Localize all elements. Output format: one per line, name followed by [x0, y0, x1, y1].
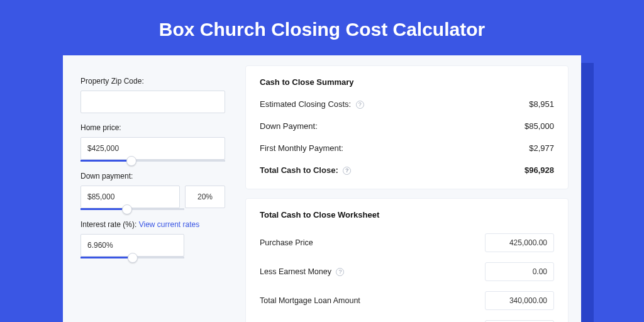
worksheet-row-second-mortgage: Total Second Mortgage Amount — [260, 315, 554, 322]
home-price-slider[interactable] — [80, 160, 225, 162]
home-price-group: Home price: — [80, 123, 225, 162]
summary-panel: Cash to Close Summary Estimated Closing … — [245, 65, 569, 189]
worksheet-value[interactable]: 425,000.00 — [485, 233, 554, 252]
slider-fill — [80, 160, 131, 162]
worksheet-label: Less Earnest Money ? — [260, 267, 344, 276]
home-price-label: Home price: — [80, 123, 225, 132]
worksheet-row-purchase-price: Purchase Price 425,000.00 — [260, 228, 554, 257]
interest-rate-label-text: Interest rate (%): — [80, 220, 139, 229]
interest-rate-slider[interactable] — [80, 257, 184, 258]
summary-label: Down Payment: — [260, 121, 318, 131]
summary-label: Estimated Closing Costs: ? — [260, 99, 364, 109]
summary-label: First Monthly Payment: — [260, 143, 343, 153]
down-payment-percent[interactable]: 20% — [185, 186, 225, 208]
worksheet-panel: Total Cash to Close Worksheet Purchase P… — [245, 198, 569, 322]
inputs-column: Property Zip Code: Home price: Down paym… — [63, 55, 239, 322]
summary-title: Cash to Close Summary — [260, 77, 554, 87]
summary-value: $8,951 — [529, 99, 554, 109]
slider-thumb[interactable] — [122, 204, 132, 214]
slider-thumb[interactable] — [126, 156, 136, 166]
summary-label-text: Estimated Closing Costs: — [260, 99, 351, 109]
summary-row-down-payment: Down Payment: $85,000 — [260, 118, 554, 140]
slider-fill — [80, 208, 127, 210]
zip-input[interactable] — [80, 91, 225, 113]
interest-rate-group: Interest rate (%): View current rates — [80, 220, 225, 258]
results-column: Cash to Close Summary Estimated Closing … — [239, 55, 581, 322]
down-payment-label: Down payment: — [80, 172, 225, 180]
calculator-card: Property Zip Code: Home price: Down paym… — [63, 55, 581, 322]
summary-label: Total Cash to Close: ? — [260, 165, 351, 175]
worksheet-label: Purchase Price — [260, 238, 313, 247]
zip-label: Property Zip Code: — [80, 77, 225, 86]
summary-value: $85,000 — [525, 121, 554, 131]
summary-label-text: Total Cash to Close: — [260, 165, 338, 175]
view-rates-link[interactable]: View current rates — [139, 220, 200, 229]
summary-row-first-monthly: First Monthly Payment: $2,977 — [260, 140, 554, 162]
page-title: Box Church Closing Cost Calculator — [0, 0, 644, 54]
summary-value: $2,977 — [529, 143, 554, 153]
worksheet-value[interactable]: 0.00 — [485, 262, 554, 281]
worksheet-value[interactable]: 340,000.00 — [485, 291, 554, 310]
worksheet-row-less-earnest: Less Earnest Money ? 0.00 — [260, 257, 554, 286]
worksheet-label: Total Mortgage Loan Amount — [260, 296, 360, 305]
slider-fill — [80, 257, 133, 258]
zip-group: Property Zip Code: — [80, 77, 225, 113]
slider-thumb[interactable] — [128, 253, 138, 263]
summary-row-closing-costs: Estimated Closing Costs: ? $8,951 — [260, 96, 554, 118]
summary-value: $96,928 — [525, 165, 554, 175]
summary-row-total: Total Cash to Close: ? $96,928 — [260, 162, 554, 184]
help-icon[interactable]: ? — [336, 268, 344, 276]
help-icon[interactable]: ? — [343, 167, 351, 175]
interest-rate-label: Interest rate (%): View current rates — [80, 220, 225, 229]
worksheet-row-total-mortgage: Total Mortgage Loan Amount 340,000.00 — [260, 286, 554, 315]
down-payment-slider[interactable] — [80, 208, 184, 210]
worksheet-label-text: Less Earnest Money — [260, 267, 331, 276]
down-payment-group: Down payment: 20% — [80, 172, 225, 210]
help-icon[interactable]: ? — [356, 101, 364, 109]
worksheet-title: Total Cash to Close Worksheet — [260, 210, 554, 219]
home-price-input[interactable] — [80, 137, 225, 160]
